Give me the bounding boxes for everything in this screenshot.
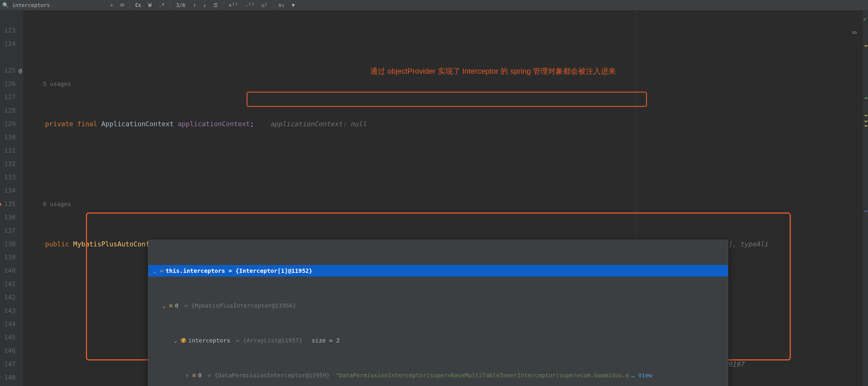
clear-search-icon[interactable]: ✕ [108,2,115,8]
code-area[interactable]: ▭ 5 usages private final ApplicationCont… [23,10,868,386]
words-button[interactable]: W [147,1,153,9]
popup-row[interactable]: ⌄≡ 0 = {MybatisPlusInterceptor@11956} [148,300,728,311]
breakpoint-icon[interactable]: ● [0,197,1,211]
debug-evaluate-popup: ⌄∞ this.interceptors = {Interceptor[1]@1… [148,240,728,386]
match-case-button[interactable]: Cc [133,1,143,9]
field-icon: f [181,338,186,343]
prev-match-icon[interactable]: ↑ [191,1,198,9]
popup-row[interactable]: ›≡ 0 = {DataPermissionInterceptor@11959}… [148,369,728,381]
popup-row[interactable]: ⌄f interceptors = {ArrayList@11957} size… [148,335,728,346]
usage-hint: 5 usages [43,80,71,87]
pin-icon[interactable]: ⟳ [118,1,126,9]
editor: 123 124 125@ 126 127 128 129 130 131 132… [0,10,868,386]
annotation-box-1 [247,92,647,107]
search-bar: 🔍 ✕ ⟳ Cc W .* 3/6 ↑ ↓ ☰ +ᴵᴵ -ᴵᴵ ☑ᴵ ≡↓ ▼ [0,0,868,10]
filter-icon[interactable]: ▼ [290,1,297,9]
override-gutter-icon[interactable]: ⬆ [0,371,1,384]
chain-icon: ∞ [160,265,163,276]
chinese-annotation: 通过 objectProvider 实现了 Interceptor 的 spri… [370,64,616,78]
search-icon: 🔍 [2,2,9,8]
search-input[interactable] [12,2,105,8]
annotation-gutter-icon[interactable]: @ [19,64,22,77]
usage-hint: 6 usages [43,201,71,208]
remove-selection-icon[interactable]: -ᴵᴵ [243,1,256,9]
view-link[interactable]: … View [631,369,652,381]
regex-button[interactable]: .* [157,1,166,9]
array-entry-icon: ≡ [192,369,196,381]
add-selection-icon[interactable]: +ᴵᴵ [227,1,240,9]
settings-icon[interactable]: ≡↓ [277,1,287,9]
inspection-ok-icon[interactable]: ✔ [863,12,867,26]
select-occurrences-icon[interactable]: ☑ᴵ [260,1,270,9]
error-stripe[interactable]: ✔ [863,10,868,386]
code-line: private final ApplicationContext applica… [23,117,868,130]
gutter: 123 124 125@ 126 127 128 129 130 131 132… [0,10,23,386]
reader-mode-icon[interactable]: ▭ [852,26,857,39]
next-match-icon[interactable]: ↓ [202,1,208,9]
match-count: 3/6 [176,2,186,8]
popup-row-root[interactable]: ⌄∞ this.interceptors = {Interceptor[1]@1… [148,265,728,276]
array-entry-icon: ≡ [169,300,173,311]
select-all-icon[interactable]: ☰ [212,1,220,9]
